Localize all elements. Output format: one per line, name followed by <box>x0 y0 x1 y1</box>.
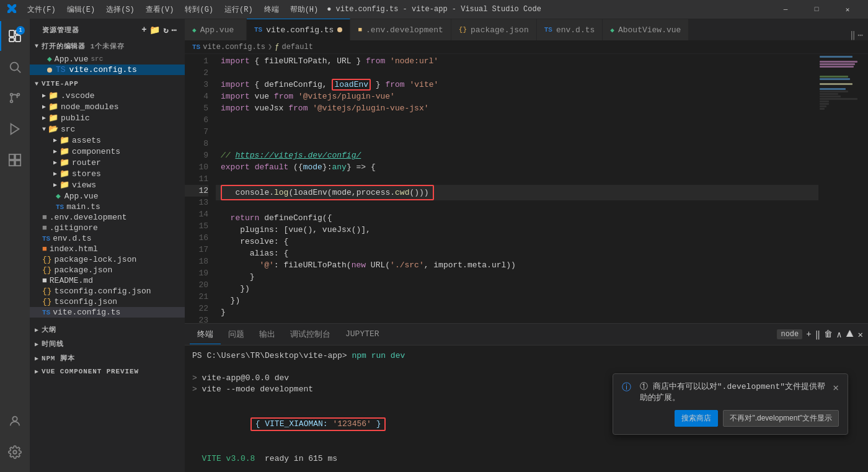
hide-terminal-icon[interactable]: ∧ <box>836 329 841 340</box>
code-line-20: }) <box>216 283 818 295</box>
folder-vscode[interactable]: ▶ 📁 .vscode <box>30 90 185 101</box>
accounts-activity-icon[interactable] <box>0 406 30 436</box>
menu-run[interactable]: 运行(R) <box>219 2 258 17</box>
notification-close-button[interactable]: ✕ <box>833 381 839 394</box>
code-line-5: import vueJsx from '@vitejs/plugin-vue-j… <box>216 102 818 114</box>
tab-vite-config[interactable]: TS vite.config.ts <box>247 19 350 40</box>
menu-help[interactable]: 帮助(H) <box>285 2 324 17</box>
close-button[interactable]: ✕ <box>833 0 862 19</box>
output-tab[interactable]: 输出 <box>252 325 283 344</box>
new-folder-icon[interactable]: 📁 <box>149 25 161 35</box>
tab-env-development[interactable]: ■ .env.development <box>350 19 451 40</box>
file-main-ts[interactable]: TS main.ts <box>30 202 185 212</box>
explorer-activity-icon[interactable]: 1 <box>0 21 30 51</box>
code-line-13 <box>216 200 818 212</box>
tab-vue-icon: ◆ <box>192 26 197 34</box>
vue-file-icon: ◆ <box>56 191 61 201</box>
folder-stores[interactable]: ▶ 📁 stores <box>30 168 185 179</box>
file-tsconfig-config-json[interactable]: {} tsconfig.config.json <box>30 286 185 296</box>
folder-public[interactable]: ▶ 📁 public <box>30 112 185 123</box>
problems-tab[interactable]: 问题 <box>221 325 252 344</box>
terminal-line-blank1 <box>192 362 861 373</box>
file-index-html[interactable]: ■ index.html <box>30 244 185 254</box>
svg-rect-11 <box>9 154 14 159</box>
tab-env-icon: ■ <box>358 26 362 33</box>
file-app-vue-src[interactable]: ◆ App.vue <box>30 190 185 202</box>
tab-unsaved-dot <box>337 27 342 32</box>
vue-preview-section[interactable]: ▶ VUE COMPONENT PREVIEW <box>30 365 185 378</box>
terminal-tab[interactable]: 终端 <box>190 325 221 344</box>
file-env-development[interactable]: ■ .env.development <box>30 212 185 223</box>
folder-components[interactable]: ▶ 📁 components <box>30 146 185 157</box>
folder-router[interactable]: ▶ 📁 router <box>30 157 185 168</box>
open-file-vite-config[interactable]: TS vite.config.ts <box>30 65 185 75</box>
menu-terminal[interactable]: 终端 <box>259 2 284 17</box>
source-control-activity-icon[interactable] <box>0 83 30 113</box>
split-terminal-icon[interactable]: ‖ <box>815 329 820 340</box>
svg-point-8 <box>11 100 13 103</box>
minimap <box>818 54 868 323</box>
search-activity-icon[interactable] <box>0 52 30 82</box>
menu-select[interactable]: 选择(S) <box>101 2 140 17</box>
unsaved-indicator <box>47 68 52 73</box>
tab-package-json[interactable]: {} package.json <box>451 19 537 40</box>
file-readme[interactable]: ■ README.md <box>30 275 185 286</box>
tab-json-icon: {} <box>459 26 467 33</box>
tab-bar: ◆ App.vue TS vite.config.ts ■ .env.devel… <box>185 19 868 40</box>
sidebar-content: ▼ 打开的编辑器 1个未保存 ◆ App.vue src TS vite.con… <box>30 39 185 472</box>
terminal-node-label: node <box>777 329 802 339</box>
collapse-icon[interactable]: ⋯ <box>172 25 177 35</box>
timeline-section[interactable]: ▶ 时间线 <box>30 337 185 351</box>
file-package-json[interactable]: {} package.json <box>30 265 185 275</box>
vue-file-icon: ◆ <box>47 54 52 64</box>
file-gitignore[interactable]: ■ .gitignore <box>30 223 185 233</box>
more-actions-icon[interactable]: ⋯ <box>858 30 863 40</box>
outline-section[interactable]: ▶ 大纲 <box>30 323 185 337</box>
breadcrumb: TS vite.config.ts ❯ ƒ default <box>185 40 868 54</box>
folder-src[interactable]: ▼ 📂 src <box>30 123 185 135</box>
menu-edit[interactable]: 编辑(E) <box>62 2 100 17</box>
tab-vue-icon2: ◆ <box>610 26 614 34</box>
search-marketplace-button[interactable]: 搜索商店 <box>675 410 718 427</box>
tab-app-vue[interactable]: ◆ App.vue <box>185 19 247 40</box>
notification-text: ① 商店中有可以以对".development"文件提供帮助的扩展。 <box>640 381 828 404</box>
folder-node-modules[interactable]: ▶ 📁 node_modules <box>30 101 185 112</box>
minimize-button[interactable]: — <box>771 0 800 19</box>
vite-app-section[interactable]: ▼ VITE-APP <box>30 78 185 90</box>
split-editor-icon[interactable]: ‖ <box>850 30 855 40</box>
file-env-d-ts[interactable]: TS env.d.ts <box>30 233 185 244</box>
title-bar-left: 🗙 文件(F) 编辑(E) 选择(S) 查看(V) 转到(G) 运行(R) 终端… <box>6 2 323 17</box>
maximize-button[interactable]: □ <box>802 0 831 19</box>
run-debug-activity-icon[interactable] <box>0 114 30 144</box>
menu-view[interactable]: 查看(V) <box>141 2 179 17</box>
dont-show-button[interactable]: 不再对".development"文件显示 <box>723 410 839 427</box>
code-editor: 12345 678910 1112131415 1617181920 21222… <box>185 54 868 323</box>
menu-goto[interactable]: 转到(G) <box>180 2 218 17</box>
tab-ts-icon: TS <box>254 26 262 33</box>
extensions-activity-icon[interactable] <box>0 145 30 175</box>
kill-terminal-icon[interactable]: 🗑 <box>824 329 833 339</box>
tab-about-view-vue[interactable]: ◆ AboutView.vue <box>603 19 689 40</box>
code-line-14: return defineConfig({ <box>216 212 818 224</box>
breadcrumb-ts-icon: TS <box>192 43 200 51</box>
jupyter-tab[interactable]: JUPYTER <box>338 326 387 343</box>
file-tsconfig-json[interactable]: {} tsconfig.json <box>30 296 185 307</box>
file-vite-config-ts[interactable]: TS vite.config.ts <box>30 307 185 318</box>
file-package-lock-json[interactable]: {} package-lock.json <box>30 254 185 265</box>
close-panel-icon[interactable]: ✕ <box>858 329 863 340</box>
folder-assets[interactable]: ▶ 📁 assets <box>30 135 185 146</box>
open-editors-section[interactable]: ▼ 打开的编辑器 1个未保存 <box>30 39 185 53</box>
debug-console-tab[interactable]: 调试控制台 <box>283 325 338 344</box>
npm-scripts-section[interactable]: ▶ NPM 脚本 <box>30 351 185 365</box>
folder-views[interactable]: ▶ 📁 views <box>30 179 185 190</box>
tab-env-d-ts[interactable]: TS env.d.ts <box>537 19 603 40</box>
new-file-icon[interactable]: + <box>141 25 147 35</box>
code-line-1: import { fileURLToPath, URL } from 'node… <box>216 55 818 67</box>
code-line-17: alias: { <box>216 247 818 259</box>
menu-file[interactable]: 文件(F) <box>22 2 61 17</box>
refresh-icon[interactable]: ↻ <box>163 25 169 35</box>
maximize-panel-icon[interactable]: ⯅ <box>846 329 854 339</box>
add-terminal-icon[interactable]: + <box>806 329 811 339</box>
open-file-app-vue[interactable]: ◆ App.vue src <box>30 53 185 65</box>
settings-activity-icon[interactable] <box>0 437 30 467</box>
